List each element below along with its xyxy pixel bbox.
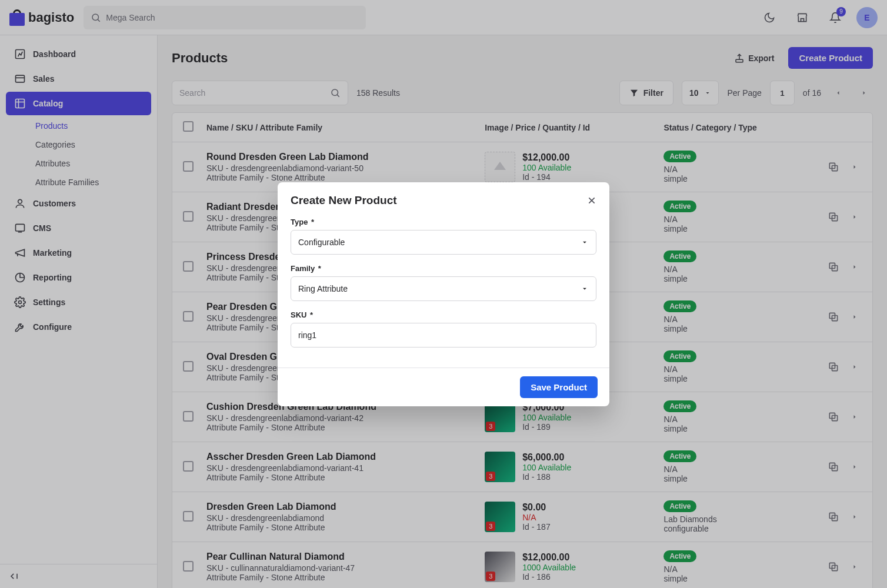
type-label: Type * xyxy=(291,218,596,226)
type-select[interactable]: Configurable xyxy=(291,230,596,255)
save-product-button[interactable]: Save Product xyxy=(520,376,598,398)
modal-title: Create New Product xyxy=(291,194,587,207)
family-select[interactable]: Ring Attribute xyxy=(291,276,596,301)
chevron-down-icon xyxy=(581,238,589,246)
close-icon xyxy=(587,196,596,205)
sku-label: SKU * xyxy=(291,310,596,319)
create-product-modal: Create New Product Type * Configurable F… xyxy=(278,182,609,406)
family-label: Family * xyxy=(291,264,596,273)
chevron-down-icon xyxy=(581,285,589,293)
sku-input[interactable] xyxy=(291,323,596,348)
modal-overlay[interactable]: Create New Product Type * Configurable F… xyxy=(0,0,887,588)
modal-close-button[interactable] xyxy=(587,196,596,205)
